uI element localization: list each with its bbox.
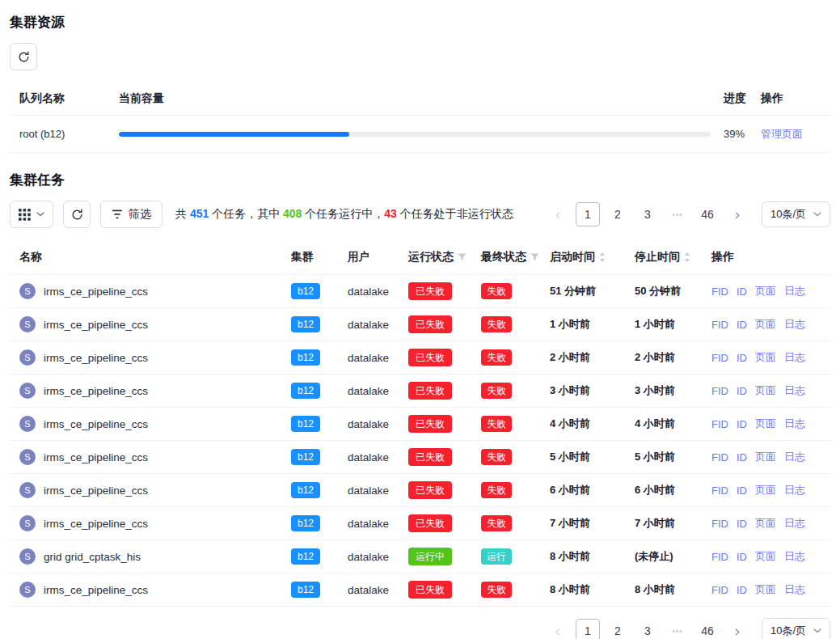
col-start-time[interactable]: 启动时间 <box>540 250 625 264</box>
user-cell: datalake <box>338 485 399 497</box>
manage-page-link[interactable]: 管理页面 <box>761 128 803 140</box>
sorter-icon[interactable] <box>684 252 690 263</box>
page-link[interactable]: 页面 <box>755 350 776 365</box>
summary-text: 共 <box>175 207 190 220</box>
tasks-toolbar: 筛选 共 451 个任务，其中 408 个任务运行中，43 个任务处于非运行状态… <box>10 201 830 228</box>
next-page-icon[interactable]: › <box>725 619 749 639</box>
id-link[interactable]: ID <box>737 418 747 430</box>
log-link[interactable]: 日志 <box>784 284 805 298</box>
fid-link[interactable]: FID <box>711 451 728 463</box>
page-size-select[interactable]: 10条/页 <box>762 201 830 227</box>
col-run-status[interactable]: 运行状态 <box>399 250 471 264</box>
name-cell: S irms_ce_pipeline_ccs <box>10 515 281 531</box>
col-final-status[interactable]: 最终状态 <box>471 250 540 264</box>
page-link[interactable]: 页面 <box>755 284 776 298</box>
col-start-time-label: 启动时间 <box>550 250 595 264</box>
capacity-cell <box>119 132 719 137</box>
user-cell: datalake <box>338 518 399 530</box>
page-ellipsis[interactable]: ••• <box>665 202 690 226</box>
page-1[interactable]: 1 <box>576 619 600 639</box>
log-link[interactable]: 日志 <box>784 582 805 597</box>
col-stop-time[interactable]: 停止时间 <box>625 250 702 264</box>
page-46[interactable]: 46 <box>695 619 720 639</box>
refresh-resources-button[interactable] <box>10 43 37 70</box>
id-link[interactable]: ID <box>737 485 747 497</box>
page-46[interactable]: 46 <box>695 202 720 226</box>
page-3[interactable]: 3 <box>635 619 660 639</box>
next-page-icon[interactable]: › <box>725 202 749 226</box>
table-row: S irms_ce_pipeline_ccs b12 datalake 已失败 … <box>10 474 830 507</box>
page-link[interactable]: 页面 <box>755 549 776 564</box>
fid-link[interactable]: FID <box>711 385 728 397</box>
page-1[interactable]: 1 <box>576 202 600 226</box>
log-link[interactable]: 日志 <box>784 516 805 531</box>
final-status-cell: 失败 <box>471 515 540 531</box>
cluster-cell: b12 <box>281 582 338 598</box>
sorter-icon[interactable] <box>599 252 606 263</box>
id-link[interactable]: ID <box>737 584 747 596</box>
final-status-cell: 失败 <box>471 383 540 399</box>
actions-cell: FID ID 页面 日志 <box>702 383 830 398</box>
page-size-select[interactable]: 10条/页 <box>762 618 830 639</box>
stopped-count: 43 <box>384 207 397 220</box>
log-link[interactable]: 日志 <box>784 483 805 497</box>
page-2[interactable]: 2 <box>606 619 630 639</box>
log-link[interactable]: 日志 <box>784 417 805 431</box>
fid-link[interactable]: FID <box>711 286 728 298</box>
cluster-cell: b12 <box>281 316 338 332</box>
filter-button[interactable]: 筛选 <box>100 201 163 228</box>
log-link[interactable]: 日志 <box>784 549 805 564</box>
avatar: S <box>19 582 36 598</box>
log-link[interactable]: 日志 <box>784 350 805 365</box>
filter-funnel-icon[interactable] <box>458 253 466 261</box>
log-link[interactable]: 日志 <box>784 383 805 398</box>
fid-link[interactable]: FID <box>711 418 728 430</box>
final-status-cell: 失败 <box>471 316 540 332</box>
id-link[interactable]: ID <box>737 286 747 298</box>
run-status-cell: 已失败 <box>399 382 471 400</box>
page-link[interactable]: 页面 <box>755 450 776 464</box>
fid-link[interactable]: FID <box>711 352 728 364</box>
column-settings-button[interactable] <box>10 201 53 228</box>
start-time: 1 小时前 <box>540 317 625 332</box>
page-link[interactable]: 页面 <box>755 317 776 332</box>
fid-link[interactable]: FID <box>711 551 728 563</box>
tasks-summary: 共 451 个任务，其中 408 个任务运行中，43 个任务处于非运行状态 <box>175 207 513 222</box>
final-status-badge: 失败 <box>481 515 512 531</box>
id-link[interactable]: ID <box>737 385 747 397</box>
pagination-bottom: ‹ 1 2 3 ••• 46 › 10条/页 <box>546 618 830 639</box>
fid-link[interactable]: FID <box>711 319 728 331</box>
id-link[interactable]: ID <box>737 319 747 331</box>
name-cell: S irms_ce_pipeline_ccs <box>10 316 281 332</box>
filter-funnel-icon[interactable] <box>530 253 539 261</box>
user-cell: datalake <box>338 385 399 397</box>
id-link[interactable]: ID <box>737 352 747 364</box>
stop-time: 7 小时前 <box>625 516 702 531</box>
summary-text: 个任务处于非运行状态 <box>397 207 513 220</box>
fid-link[interactable]: FID <box>711 485 728 497</box>
col-cluster: 集群 <box>281 250 338 264</box>
id-link[interactable]: ID <box>737 451 747 463</box>
page-link[interactable]: 页面 <box>755 483 776 497</box>
prev-page-icon[interactable]: ‹ <box>546 619 570 639</box>
fid-link[interactable]: FID <box>711 518 728 530</box>
log-link[interactable]: 日志 <box>784 450 805 464</box>
prev-page-icon[interactable]: ‹ <box>546 202 570 226</box>
id-link[interactable]: ID <box>737 518 747 530</box>
page-2[interactable]: 2 <box>606 202 630 226</box>
page-link[interactable]: 页面 <box>755 582 776 597</box>
progress-value: 39% <box>719 128 761 140</box>
page-link[interactable]: 页面 <box>755 516 776 531</box>
user-cell: datalake <box>338 451 399 463</box>
log-link[interactable]: 日志 <box>784 317 805 332</box>
page-link[interactable]: 页面 <box>755 383 776 398</box>
run-status-badge: 运行中 <box>408 548 452 565</box>
page-ellipsis[interactable]: ••• <box>665 619 690 639</box>
final-status-badge: 运行 <box>481 548 512 565</box>
page-link[interactable]: 页面 <box>755 417 776 431</box>
page-3[interactable]: 3 <box>635 202 660 226</box>
avatar: S <box>19 449 36 465</box>
refresh-tasks-button[interactable] <box>63 201 91 228</box>
fid-link[interactable]: FID <box>711 584 728 596</box>
id-link[interactable]: ID <box>737 551 747 563</box>
